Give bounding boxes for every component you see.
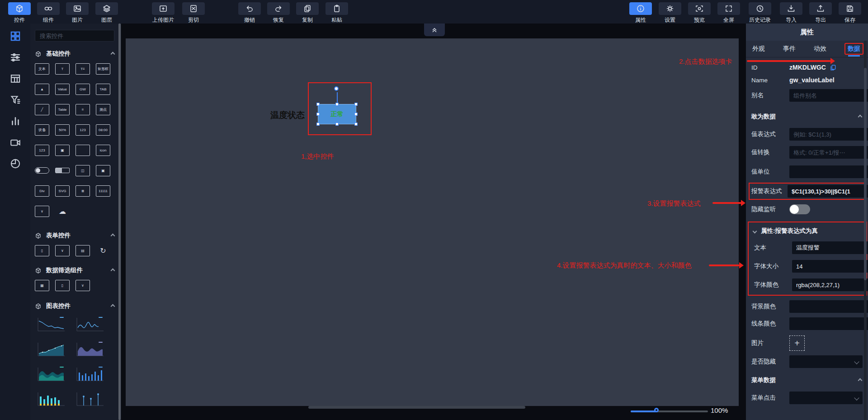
rotate-handle[interactable] [334, 86, 339, 91]
alias-input[interactable] [793, 92, 868, 99]
hide-listen-toggle[interactable] [789, 204, 810, 214]
section-basic-widgets[interactable]: 基础控件 [35, 50, 114, 58]
resize-handle-s[interactable] [335, 123, 339, 126]
resize-handle-sw[interactable] [316, 123, 320, 126]
alarm-true-section[interactable]: 属性:报警表达式为真 [753, 227, 861, 235]
toolbar-button-components[interactable]: 组件 [37, 2, 60, 24]
widget-image[interactable]: ▲ [35, 84, 49, 95]
nav-funnel-icon[interactable] [8, 93, 23, 107]
filter-date[interactable]: ▦ [35, 280, 49, 291]
text-input[interactable] [796, 245, 868, 251]
search-input[interactable] [39, 32, 120, 40]
widget-progress[interactable] [55, 168, 70, 173]
toolbar-button-history[interactable]: 历史记录 [746, 2, 774, 24]
widget-carousel[interactable]: ▣ [55, 145, 70, 156]
toolbar-button-paste[interactable]: 粘贴 [325, 2, 349, 24]
widget-tab[interactable]: TAB [96, 84, 110, 95]
section-form-widgets[interactable]: 表单控件 [35, 231, 114, 240]
toolbar-button-images[interactable]: 图片 [66, 2, 89, 24]
section-menu-data[interactable]: 菜单数据 [751, 376, 862, 384]
value-convert-input[interactable] [793, 149, 868, 156]
chart-widget-stacked-bars[interactable] [35, 390, 67, 409]
widget-rect-frame[interactable]: 矩形框 [96, 63, 110, 75]
nav-sliders-icon[interactable] [8, 50, 23, 64]
section-chart-widgets[interactable]: 图表控件 [35, 302, 114, 310]
resize-handle-e[interactable] [354, 113, 358, 116]
widget-weather[interactable]: ☁ [55, 206, 70, 217]
form-refresh[interactable]: ↻ [96, 245, 110, 256]
toolbar-button-widgets[interactable]: 控件 [8, 2, 31, 24]
widget-text-lines[interactable]: T≡ [75, 63, 90, 75]
widget-table[interactable]: Table [55, 104, 70, 115]
widget-gw[interactable]: GW [75, 84, 90, 95]
toolbar-button-fullscreen[interactable]: 全屏 [717, 2, 741, 24]
hidden-select[interactable] [789, 355, 863, 368]
toolbar-button-import[interactable]: 导入 [779, 2, 803, 24]
chart-widget-line-down[interactable] [35, 316, 67, 335]
canvas-horizontal-scrollbar[interactable] [308, 406, 525, 409]
widget-device-table[interactable]: 设备 [35, 124, 49, 136]
filter-input[interactable]: ▯ [55, 280, 70, 291]
nav-bar-chart-icon[interactable] [8, 114, 23, 128]
zoom-slider-knob[interactable] [654, 408, 659, 412]
font-size-input[interactable] [796, 263, 868, 270]
toolbar-collapse-tab[interactable] [424, 24, 445, 36]
chart-widget-dual-area[interactable] [35, 365, 67, 384]
toolbar-button-settings[interactable]: 设置 [658, 2, 682, 24]
nav-widgets-grid-icon[interactable] [8, 29, 23, 43]
toolbar-button-layers[interactable]: 图层 [95, 2, 118, 24]
toolbar-button-preview[interactable]: 预览 [688, 2, 711, 24]
add-image-button[interactable]: + [789, 335, 805, 351]
widget-text-frame[interactable]: 文本 [35, 63, 49, 75]
widget-measure-table[interactable]: 测点 [96, 104, 110, 115]
widget-line[interactable]: ╱ [35, 104, 49, 115]
menu-click-select[interactable] [789, 392, 863, 404]
widget-icon[interactable]: icon [96, 145, 110, 156]
widget-percent[interactable]: 50% [55, 124, 70, 136]
canvas-status-widget[interactable]: 正常 [318, 104, 356, 124]
chart-widget-bars[interactable] [74, 365, 106, 384]
widget-rect[interactable] [75, 145, 90, 156]
widget-alarm-list[interactable]: ≡ [75, 104, 90, 115]
section-filter-widgets[interactable]: 数据筛选组件 [35, 266, 114, 274]
toolbar-button-copy[interactable]: 复制 [296, 2, 319, 24]
widget-value[interactable]: Value [55, 84, 70, 95]
widget-number-anim[interactable]: 123 [35, 145, 49, 156]
chart-widget-area-up[interactable] [35, 340, 67, 359]
form-input[interactable]: ▯ [35, 245, 49, 256]
value-unit-input[interactable] [793, 169, 868, 175]
chart-widget-area-wave[interactable] [74, 340, 106, 359]
chart-widget-lollipop[interactable] [74, 390, 106, 409]
resize-handle-ne[interactable] [354, 103, 358, 106]
alarm-expression-input[interactable] [792, 188, 868, 195]
form-save[interactable]: ▤ [75, 245, 90, 256]
value-expression-input[interactable] [793, 131, 868, 138]
zoom-slider[interactable] [631, 411, 708, 412]
form-select[interactable]: ∨ [55, 245, 70, 256]
filter-select[interactable]: ∨ [75, 280, 90, 291]
copy-id-icon[interactable] [830, 64, 836, 71]
resize-handle-nw[interactable] [316, 103, 320, 106]
widget-panel-scrollbar[interactable] [118, 24, 121, 420]
properties-scrollbar-thumb[interactable] [864, 68, 867, 280]
tab-data[interactable]: 数据 [848, 45, 860, 52]
nav-pie-chart-icon[interactable] [8, 156, 23, 170]
resize-handle-w[interactable] [316, 113, 320, 116]
nav-video-icon[interactable] [8, 135, 23, 149]
toolbar-button-cut[interactable]: 剪切 [182, 2, 205, 24]
widget-div[interactable]: Div [35, 185, 49, 197]
toolbar-button-redo[interactable]: 恢复 [267, 2, 290, 24]
tab-animation[interactable]: 动效 [814, 45, 826, 53]
widget-toggle[interactable] [35, 167, 49, 174]
widget-select[interactable]: ∨ [35, 206, 49, 217]
line-color-input[interactable] [793, 321, 868, 327]
design-canvas[interactable] [126, 38, 739, 406]
font-color-input[interactable] [796, 282, 868, 288]
widget-images[interactable]: ▣ [96, 165, 110, 176]
bg-color-input[interactable] [793, 303, 868, 310]
widget-drawer[interactable]: ≣ [75, 185, 90, 197]
toolbar-button-properties[interactable]: 属性 [629, 2, 652, 24]
widget-clock[interactable]: 08:00 [96, 124, 110, 136]
resize-handle-n[interactable] [335, 103, 339, 106]
widget-text-edit[interactable]: T [55, 63, 70, 75]
